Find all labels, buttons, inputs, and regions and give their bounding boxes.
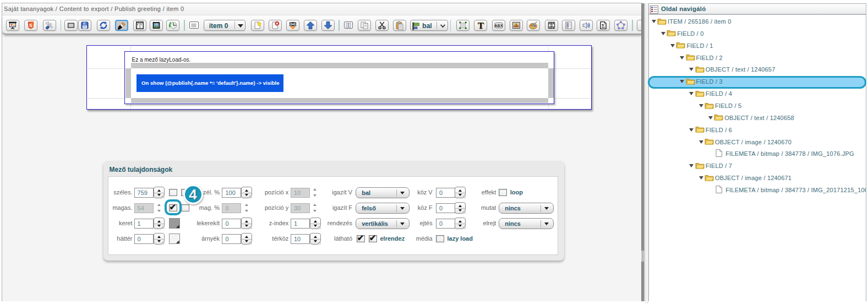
svg-text:ABX: ABX (495, 24, 503, 28)
svg-text:G: G (550, 24, 553, 27)
svg-text:5: 5 (30, 22, 33, 28)
svg-text:Σ: Σ (602, 23, 605, 29)
